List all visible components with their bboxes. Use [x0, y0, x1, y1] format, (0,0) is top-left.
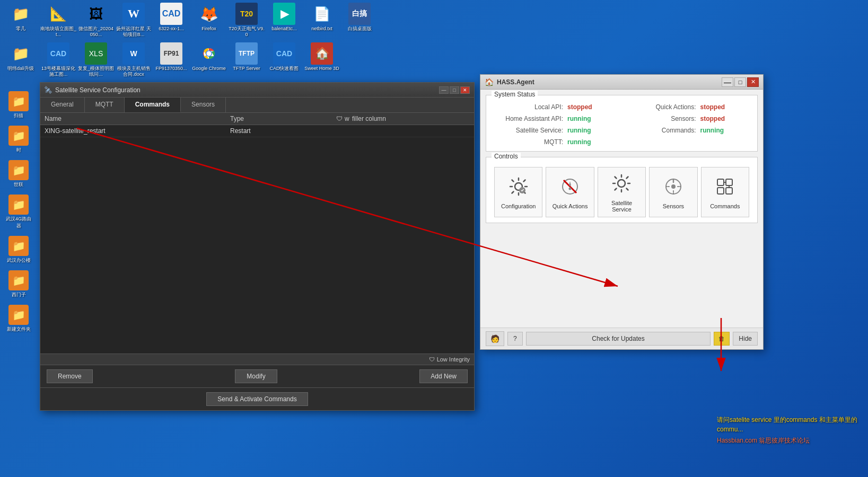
desktop-icon-lingji[interactable]: 📁 零几 — [3, 3, 39, 38]
person-button[interactable]: 🧑 — [486, 331, 504, 346]
config-titlebar: 🛰 Satellite Service Configuration — □ ✕ — [40, 83, 474, 98]
desktop-icon-13cad[interactable]: CAD 13号楼幕墙深化施工图... — [40, 42, 76, 77]
desktop-icon-label: 明纬dali升级 — [7, 66, 34, 72]
hide-button[interactable]: Hide — [733, 332, 758, 346]
desktop-icon-mokuai[interactable]: W 模块及主机销售合同.docx — [116, 42, 152, 77]
desktop-icon-fudong[interactable]: XLS 复复_模体照明图纸问... — [78, 42, 114, 77]
help-button[interactable]: ? — [507, 332, 523, 346]
sidebar-icon-newfile[interactable]: 📁 新建文件夹 — [2, 303, 35, 335]
svg-point-2 — [207, 51, 212, 56]
add-new-button[interactable]: Add New — [419, 369, 468, 383]
send-activate-button[interactable]: Send & Activate Commands — [206, 392, 308, 406]
mqtt-value: running — [567, 138, 591, 146]
tab-sensors[interactable]: Sensors — [181, 98, 226, 112]
desktop-icon-t20[interactable]: T20 T20天正电气 V9.0 — [229, 3, 265, 38]
col-w-label: w — [345, 115, 349, 122]
svg-point-10 — [671, 184, 676, 189]
desktop-icon-label: 13号楼幕墙深化施工图... — [40, 66, 76, 77]
quick-actions-value: stopped — [700, 103, 725, 111]
config-tabs: General MQTT Commands Sensors — [40, 98, 474, 113]
local-api-value: stopped — [567, 103, 592, 111]
hass-maximize-button[interactable]: □ — [734, 77, 746, 87]
hass-titlebar: 🏠 HASS.Agent — □ ✕ — [480, 75, 763, 90]
sidebar-icon-scan[interactable]: 📁 扫描 — [2, 89, 35, 121]
sidebar-folder-icons: 📁 扫描 📁 时 📁 世联 📁 武汉4G路由器 📁 武汉办公楼 📁 西门子 📁 … — [0, 85, 37, 339]
desktop-icon-label: 复复_模体照明图纸问... — [78, 66, 114, 77]
ctrl-sensors-button[interactable]: Sensors — [649, 167, 697, 217]
controls-grid: Configuration Quick Actions — [494, 163, 749, 217]
desktop: 📁 零几 📐 南地块墙立面图_t... 🖼 微信图片_20204050... W… — [0, 0, 868, 477]
config-table-body[interactable]: XING-satellite_restart Restart — [40, 125, 474, 354]
desktop-icon-label: 模块及主机销售合同.docx — [116, 66, 152, 77]
satellite-value: running — [567, 127, 591, 134]
svg-rect-17 — [717, 188, 724, 194]
controls-label: Controls — [492, 153, 521, 160]
sidebar-icon-wuhan4g[interactable]: 📁 武汉4G路由器 — [2, 192, 35, 232]
trash-button[interactable]: 🗑 — [714, 332, 730, 346]
desktop-icon-balena[interactable]: ▶ balenaEtc... — [266, 3, 302, 38]
tab-mqtt[interactable]: MQTT — [85, 98, 125, 112]
desktop-icon-label: 6322-xx-1... — [159, 26, 184, 32]
hass-close-button[interactable]: ✕ — [747, 77, 759, 87]
quickactions-ctrl-icon — [560, 177, 580, 200]
commands-value: running — [700, 127, 724, 134]
hass-window-controls: — □ ✕ — [722, 77, 759, 87]
satellite-ctrl-label: Satellite Service — [602, 200, 641, 213]
config-close-button[interactable]: ✕ — [460, 86, 470, 94]
sidebar-icon-shijie[interactable]: 📁 世联 — [2, 158, 35, 190]
tab-general[interactable]: General — [40, 98, 85, 112]
annotation-source-text: Hassbian.com 翁思彼岸技术论坛 — [717, 436, 865, 445]
config-ctrl-icon — [509, 177, 528, 200]
desktop-icon-label: CAD快速看图 — [269, 66, 299, 72]
config-ctrl-label: Configuration — [501, 203, 536, 209]
ctrl-commands-button[interactable]: Commands — [701, 167, 749, 217]
tab-commands[interactable]: Commands — [125, 98, 181, 112]
config-minimize-button[interactable]: — — [439, 86, 449, 94]
hass-app-icon: 🏠 — [485, 78, 494, 86]
desktop-icon-mingwei[interactable]: 📁 明纬dali升级 — [3, 42, 39, 77]
check-updates-button[interactable]: Check for Updates — [526, 332, 711, 346]
desktop-icon-label: Google Chrome — [192, 66, 226, 72]
ctrl-quickactions-button[interactable]: Quick Actions — [546, 167, 594, 217]
hass-minimize-button[interactable]: — — [722, 77, 733, 87]
config-app-icon: 🛰 — [45, 86, 52, 94]
remove-button[interactable]: Remove — [47, 369, 93, 383]
trash-icon: 🗑 — [718, 335, 725, 342]
desktop-icon-label: Sweet Home 3D — [304, 66, 339, 72]
sidebar-icon-ximen[interactable]: 📁 西门子 — [2, 268, 35, 301]
desktop-icon-firefox[interactable]: 🦊 Firefox — [191, 3, 227, 38]
ctrl-config-button[interactable]: Configuration — [494, 167, 542, 217]
row-name: XING-satellite_restart — [45, 127, 230, 135]
desktop-icon-whitedsk[interactable]: 白搞 白搞桌面版 — [341, 3, 378, 38]
desktop-icon-yangzhou[interactable]: W 扬州远洋红星 天铂项目B... — [116, 3, 152, 38]
desktop-icon-weixin[interactable]: 🖼 微信图片_20204050... — [78, 3, 114, 38]
svg-rect-16 — [726, 179, 732, 186]
desktop-icon-fp91[interactable]: FP91 FP91370350... — [153, 42, 189, 77]
status-grid: Local API: stopped Home Assistant API: r… — [494, 101, 749, 146]
desktop-icon-nandiblock[interactable]: 📐 南地块墙立面图_t... — [40, 3, 76, 38]
config-window-title: Satellite Service Configuration — [55, 86, 141, 94]
sidebar-icon-wuhanoffice[interactable]: 📁 武汉办公楼 — [2, 234, 35, 266]
table-row[interactable]: XING-satellite_restart Restart — [40, 125, 474, 137]
local-api-label: Local API: — [494, 103, 563, 111]
desktop-icon-google-chrome[interactable]: Google Chrome — [191, 42, 227, 77]
desktop-icon-cadfast[interactable]: CAD CAD快速看图 — [266, 42, 302, 77]
annotation-area: 请问satelite service 里的commands 和主菜单里的comm… — [717, 415, 865, 445]
desktop-icon-label: 白搞桌面版 — [348, 26, 372, 32]
sidebar-icon-clock[interactable]: 📁 时 — [2, 123, 35, 156]
satellite-ctrl-icon — [612, 174, 631, 197]
desktop-icon-label: 零几 — [16, 26, 25, 32]
ctrl-satellite-button[interactable]: Satellite Service — [598, 167, 646, 217]
controls-section: Controls Configuration — [486, 157, 758, 223]
desktop-icon-sweethome[interactable]: 🏠 Sweet Home 3D — [304, 42, 340, 77]
desktop-icon-tftp[interactable]: TFTP TFTP Server — [229, 42, 265, 77]
modify-button[interactable]: Modify — [235, 369, 277, 383]
annotation-main-text: 请问satelite service 里的commands 和主菜单里的comm… — [717, 415, 865, 434]
config-maximize-button[interactable]: □ — [450, 86, 459, 94]
desktop-icon-label: TFTP Server — [233, 66, 260, 72]
desktop-icon-6322[interactable]: CAD 6322-xx-1... — [153, 3, 189, 38]
sensors-label: Sensors: — [627, 115, 696, 122]
ha-api-label: Home Assistant API: — [494, 115, 563, 122]
desktop-icon-label: 南地块墙立面图_t... — [40, 26, 76, 38]
desktop-icon-netbird[interactable]: 📄 netbird.txt — [304, 3, 340, 38]
